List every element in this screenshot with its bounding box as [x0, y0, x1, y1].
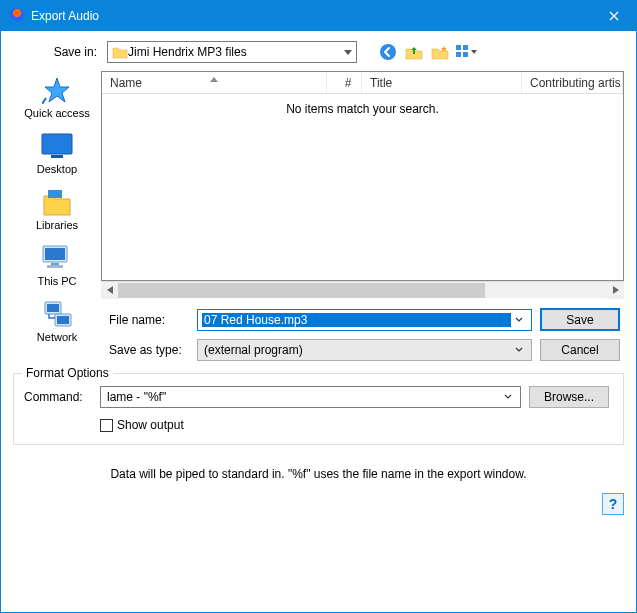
- save-button-label: Save: [566, 313, 593, 327]
- scroll-left-button[interactable]: [101, 282, 118, 299]
- quick-access-icon: [42, 76, 72, 104]
- save-as-type-combo[interactable]: (external program): [197, 339, 532, 361]
- column-contributing-artists[interactable]: Contributing artis: [522, 72, 623, 93]
- sort-ascending-icon: [210, 71, 218, 85]
- column-headers: Name # Title Contributing artis: [102, 72, 623, 94]
- titlebar: Export Audio: [1, 1, 636, 31]
- format-options-group: Format Options Command: lame - "%f" Brow…: [13, 373, 624, 445]
- file-name-label: File name:: [101, 313, 189, 327]
- format-options-legend: Format Options: [22, 366, 113, 380]
- file-list[interactable]: Name # Title Contributing artis No items…: [101, 71, 624, 281]
- svg-point-0: [380, 44, 396, 60]
- column-title[interactable]: Title: [362, 72, 522, 93]
- browse-button[interactable]: Browse...: [529, 386, 609, 408]
- svg-rect-5: [42, 134, 72, 154]
- svg-rect-11: [47, 265, 63, 268]
- save-in-value: Jimi Hendrix MP3 files: [128, 45, 247, 59]
- hint-text: Data will be piped to standard in. "%f" …: [1, 453, 636, 493]
- command-label: Command:: [24, 390, 92, 404]
- desktop-icon: [41, 133, 73, 159]
- save-button[interactable]: Save: [540, 308, 620, 331]
- help-button[interactable]: ?: [602, 493, 624, 515]
- view-menu-button[interactable]: [455, 42, 477, 62]
- scrollbar-thumb[interactable]: [118, 283, 485, 298]
- file-name-input[interactable]: 07 Red House.mp3: [197, 309, 532, 331]
- svg-rect-13: [47, 304, 59, 312]
- chevron-down-icon[interactable]: [500, 394, 516, 400]
- svg-rect-7: [48, 190, 62, 198]
- close-button[interactable]: [591, 1, 636, 31]
- column-name[interactable]: Name: [102, 72, 327, 93]
- chevron-down-icon: [344, 45, 352, 59]
- svg-rect-10: [51, 263, 59, 265]
- app-icon: [9, 8, 25, 24]
- browse-button-label: Browse...: [544, 390, 594, 404]
- column-track-number[interactable]: #: [327, 72, 362, 93]
- save-in-row: Save in: Jimi Hendrix MP3 files: [13, 41, 624, 63]
- cancel-button[interactable]: Cancel: [540, 339, 620, 361]
- place-quick-access[interactable]: Quick access: [17, 75, 97, 119]
- new-folder-button[interactable]: [429, 42, 451, 62]
- back-button[interactable]: [377, 42, 399, 62]
- place-label: This PC: [37, 275, 76, 287]
- cancel-button-label: Cancel: [561, 343, 598, 357]
- command-value: lame - "%f": [105, 390, 500, 404]
- horizontal-scrollbar[interactable]: [101, 281, 624, 298]
- save-as-type-label: Save as type:: [101, 343, 189, 357]
- empty-list-message: No items match your search.: [102, 94, 623, 116]
- up-button[interactable]: [403, 42, 425, 62]
- place-label: Quick access: [24, 107, 89, 119]
- file-name-value: 07 Red House.mp3: [202, 313, 511, 327]
- place-network[interactable]: Network: [17, 299, 97, 343]
- places-bar: Quick access Desktop Libraries This PC: [13, 71, 101, 361]
- close-icon: [609, 11, 619, 21]
- place-label: Network: [37, 331, 77, 343]
- network-icon: [41, 300, 73, 328]
- chevron-left-icon: [107, 286, 113, 294]
- place-this-pc[interactable]: This PC: [17, 243, 97, 287]
- place-label: Desktop: [37, 163, 77, 175]
- up-folder-icon: [405, 44, 423, 60]
- column-num-label: #: [345, 76, 352, 90]
- scroll-right-button[interactable]: [607, 282, 624, 299]
- chevron-down-icon[interactable]: [511, 317, 527, 323]
- back-icon: [379, 43, 397, 61]
- column-name-label: Name: [110, 76, 142, 90]
- help-icon: ?: [609, 496, 618, 512]
- svg-rect-3: [456, 52, 461, 57]
- view-menu-icon: [455, 44, 477, 60]
- folder-icon: [112, 45, 128, 59]
- place-libraries[interactable]: Libraries: [17, 187, 97, 231]
- svg-rect-1: [456, 45, 461, 50]
- nav-toolbar: [377, 42, 477, 62]
- show-output-checkbox[interactable]: [100, 419, 113, 432]
- column-contrib-label: Contributing artis: [530, 76, 621, 90]
- command-input[interactable]: lame - "%f": [100, 386, 521, 408]
- svg-rect-6: [51, 155, 63, 158]
- save-in-combo[interactable]: Jimi Hendrix MP3 files: [107, 41, 357, 63]
- chevron-right-icon: [613, 286, 619, 294]
- svg-rect-9: [45, 248, 65, 260]
- window-title: Export Audio: [31, 9, 99, 23]
- libraries-icon: [42, 188, 72, 216]
- svg-rect-2: [463, 45, 468, 50]
- new-folder-icon: [431, 44, 449, 60]
- this-pc-icon: [41, 244, 73, 272]
- export-audio-dialog: Export Audio Save in: Jimi Hendrix MP3 f…: [0, 0, 637, 613]
- svg-rect-15: [57, 316, 69, 324]
- save-as-type-value: (external program): [202, 343, 511, 357]
- place-label: Libraries: [36, 219, 78, 231]
- column-title-label: Title: [370, 76, 392, 90]
- chevron-down-icon[interactable]: [511, 347, 527, 353]
- save-in-label: Save in:: [13, 45, 101, 59]
- svg-rect-4: [463, 52, 468, 57]
- place-desktop[interactable]: Desktop: [17, 131, 97, 175]
- show-output-label: Show output: [117, 418, 184, 432]
- scrollbar-track[interactable]: [118, 282, 607, 298]
